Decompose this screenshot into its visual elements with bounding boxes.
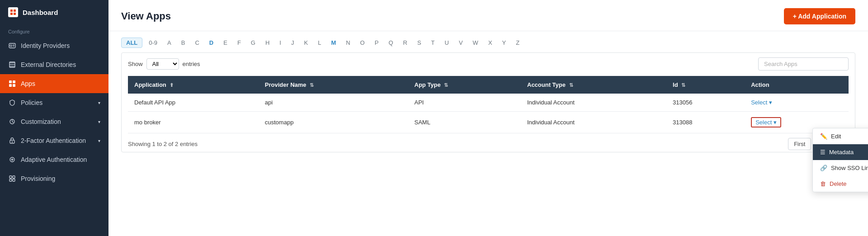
cell-provider-name: customapp [259, 112, 408, 133]
cell-app-type: SAML [408, 112, 521, 133]
sidebar-item-provisioning[interactable]: Provisioning [0, 169, 108, 188]
alpha-p-btn[interactable]: P [371, 38, 382, 48]
first-page-btn[interactable]: First [788, 138, 811, 150]
alpha-w-btn[interactable]: W [469, 38, 482, 48]
table-controls: Show All 10 25 50 100 entries [128, 53, 849, 75]
col-provider-name[interactable]: Provider Name ⇅ [259, 76, 408, 94]
action-dropdown: ✏️ Edit ☰ Metadata 🔗 Show SSO Link [812, 128, 868, 192]
alpha-all-btn[interactable]: ALL [121, 38, 142, 48]
alpha-d-btn[interactable]: D [206, 38, 217, 48]
dropdown-metadata[interactable]: ☰ Metadata [813, 144, 868, 160]
sidebar-logo[interactable]: Dashboard [0, 0, 108, 24]
svg-rect-2 [10, 13, 13, 15]
dropdown-item-label: Show SSO Link [831, 165, 868, 171]
alpha-k-btn[interactable]: K [300, 38, 311, 48]
alpha-n-btn[interactable]: N [342, 38, 354, 48]
cell-account-type: Individual Account [521, 112, 666, 133]
sidebar-item-apps[interactable]: Apps [0, 74, 108, 93]
sidebar-item-2fa[interactable]: 2-Factor Authentication ▾ [0, 131, 108, 150]
alpha-f-btn[interactable]: F [234, 38, 245, 48]
col-app-type[interactable]: App Type ⇅ [408, 76, 521, 94]
alpha-x-btn[interactable]: X [485, 38, 496, 48]
sidebar-item-identity-providers[interactable]: Identity Providers [0, 36, 108, 55]
sidebar-item-customization[interactable]: Customization ▾ [0, 112, 108, 131]
svg-rect-0 [10, 9, 13, 12]
entries-select[interactable]: All 10 25 50 100 [146, 58, 179, 70]
shield-icon [8, 99, 16, 107]
show-label: Show [128, 61, 143, 67]
sort-icon: ⇅ [569, 82, 573, 88]
alpha-a-btn[interactable]: A [164, 38, 175, 48]
svg-rect-23 [13, 179, 15, 181]
svg-rect-22 [9, 179, 12, 181]
alpha-o-btn[interactable]: O [357, 38, 368, 48]
alpha-m-btn[interactable]: M [327, 38, 340, 48]
apps-table: Application ⬆ Provider Name ⇅ App Type ⇅… [128, 76, 849, 133]
svg-rect-20 [9, 176, 12, 178]
alpha-g-btn[interactable]: G [247, 38, 259, 48]
alpha-j-btn[interactable]: J [288, 38, 298, 48]
alpha-l-btn[interactable]: L [314, 38, 325, 48]
sidebar-item-adaptive-auth[interactable]: Adaptive Authentication [0, 150, 108, 169]
show-entries: Show All 10 25 50 100 entries [128, 58, 200, 70]
select-link-row2[interactable]: Select ▾ [751, 117, 781, 127]
alpha-t-btn[interactable]: T [428, 38, 439, 48]
alpha-r-btn[interactable]: R [400, 38, 411, 48]
search-input[interactable] [758, 57, 849, 71]
table-body: Default API App api API Individual Accou… [128, 94, 849, 133]
apps-icon [8, 80, 16, 88]
table-row: Default API App api API Individual Accou… [128, 94, 849, 112]
footer-text: Showing 1 to 2 of 2 entries [128, 141, 198, 147]
table-section: Show All 10 25 50 100 entries Applic [121, 52, 855, 152]
col-id[interactable]: Id ⇅ [666, 76, 745, 94]
logo-label: Dashboard [23, 9, 58, 16]
main-header: View Apps + Add Application [108, 0, 868, 31]
dropdown-edit[interactable]: ✏️ Edit [813, 128, 868, 144]
alpha-h-btn[interactable]: H [262, 38, 273, 48]
add-application-button[interactable]: + Add Application [784, 8, 855, 24]
table-row: mo broker customapp SAML Individual Acco… [128, 112, 849, 133]
col-account-type[interactable]: Account Type ⇅ [521, 76, 666, 94]
alpha-u-btn[interactable]: U [441, 38, 453, 48]
sidebar-item-label: Policies [21, 99, 42, 106]
trash-icon: 🗑 [820, 180, 826, 187]
lock-icon [8, 137, 16, 145]
sort-icon: ⇅ [310, 82, 314, 88]
alpha-i-btn[interactable]: I [276, 38, 285, 48]
svg-rect-12 [9, 80, 12, 83]
chevron-down-icon: ▾ [98, 119, 100, 124]
svg-rect-3 [14, 13, 16, 15]
svg-point-5 [10, 45, 12, 47]
list-icon [8, 61, 16, 69]
cell-account-type: Individual Account [521, 94, 666, 112]
table-footer: Showing 1 to 2 of 2 entries First Previo… [128, 133, 849, 152]
alpha-q-btn[interactable]: Q [385, 38, 396, 48]
action-cell: Select ▾ ✏️ Edit ☰ Metadata [745, 112, 849, 133]
alpha-s-btn[interactable]: S [414, 38, 425, 48]
table-header: Application ⬆ Provider Name ⇅ App Type ⇅… [128, 76, 849, 94]
sidebar-item-policies[interactable]: Policies ▾ [0, 93, 108, 112]
cell-app-type: API [408, 94, 521, 112]
alpha-c-btn[interactable]: C [191, 38, 203, 48]
select-link-row1[interactable]: Select ▾ [751, 99, 842, 106]
sidebar-item-label: Identity Providers [21, 42, 70, 49]
provision-icon [8, 175, 16, 183]
sidebar-item-external-directories[interactable]: External Directories [0, 55, 108, 74]
sidebar-item-label: External Directories [21, 61, 76, 68]
dropdown-delete[interactable]: 🗑 Delete [813, 176, 868, 192]
col-application[interactable]: Application ⬆ [128, 76, 259, 94]
dropdown-show-sso[interactable]: 🔗 Show SSO Link [813, 160, 868, 176]
alpha-y-btn[interactable]: Y [499, 38, 510, 48]
alpha-filter: ALL 0-9 A B C D E F G H I J K L M N O P … [108, 31, 868, 52]
svg-rect-1 [14, 9, 16, 12]
chevron-down-icon: ▾ [98, 100, 100, 105]
sort-icon: ⬆ [170, 82, 174, 88]
alpha-e-btn[interactable]: E [220, 38, 231, 48]
alpha-b-btn[interactable]: B [178, 38, 189, 48]
alpha-v-btn[interactable]: V [455, 38, 467, 48]
svg-rect-14 [9, 84, 12, 87]
alpha-09-btn[interactable]: 0-9 [145, 38, 161, 48]
cell-id: 313088 [666, 112, 745, 133]
alpha-z-btn[interactable]: Z [512, 38, 523, 48]
logo-icon [8, 7, 18, 17]
